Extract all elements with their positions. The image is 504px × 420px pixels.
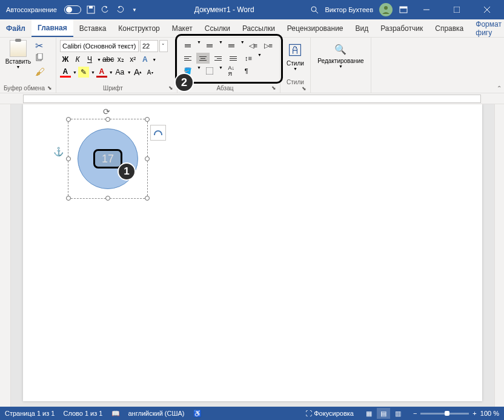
subscript-button[interactable]: x₂ xyxy=(115,54,126,65)
clipboard-launcher[interactable]: ⬊ xyxy=(47,85,52,91)
spellcheck-icon[interactable]: 📖 xyxy=(111,410,120,418)
page-area[interactable]: ⟳ ⚓ 17 1 xyxy=(11,104,494,407)
tab-design[interactable]: Конструктор xyxy=(112,19,165,37)
resize-handle[interactable] xyxy=(145,156,150,161)
collapse-ribbon-icon[interactable]: ⌃ xyxy=(497,85,502,92)
undo-icon[interactable] xyxy=(101,5,110,15)
resize-handle[interactable] xyxy=(66,117,71,122)
cut-icon[interactable]: ✂ xyxy=(35,40,45,50)
tab-file[interactable]: Файл xyxy=(0,19,31,37)
redo-icon[interactable] xyxy=(115,5,125,15)
page-indicator[interactable]: Страница 1 из 1 xyxy=(5,410,55,417)
align-center-button[interactable] xyxy=(196,53,210,64)
minimize-button[interactable] xyxy=(414,0,439,19)
tab-view[interactable]: Вид xyxy=(350,19,375,37)
line-spacing-button[interactable]: ↕≡ xyxy=(242,53,255,64)
language-indicator[interactable]: английский (США) xyxy=(128,410,185,417)
callout-badge-2: 2 xyxy=(174,73,194,92)
word-count[interactable]: Слово 1 из 1 xyxy=(63,410,102,417)
save-icon[interactable] xyxy=(86,5,96,15)
text-effects-button[interactable]: A xyxy=(139,54,150,65)
title-bar: Автосохранение ▼ Документ1 - Word Виктор… xyxy=(0,0,504,19)
rotate-handle-icon[interactable]: ⟳ xyxy=(103,107,110,116)
document-page[interactable]: ⟳ ⚓ 17 1 xyxy=(23,104,482,401)
ribbon-display-icon[interactable] xyxy=(399,5,408,15)
styles-launcher[interactable]: ⬊ xyxy=(302,85,307,92)
styles-icon: 🄰 xyxy=(289,44,301,58)
change-case-button[interactable]: Aa xyxy=(114,67,125,78)
zoom-level[interactable]: 100 % xyxy=(480,410,499,417)
user-avatar[interactable] xyxy=(379,3,393,16)
web-layout-button[interactable]: ▥ xyxy=(391,408,405,419)
zoom-in-button[interactable]: + xyxy=(472,410,476,417)
tab-references[interactable]: Ссылки xyxy=(199,19,236,37)
maximize-button[interactable] xyxy=(445,0,469,19)
align-right-button[interactable] xyxy=(211,53,225,64)
resize-handle[interactable] xyxy=(145,196,150,201)
numbering-button[interactable] xyxy=(203,40,216,51)
bullets-button[interactable] xyxy=(181,40,194,51)
increase-indent-button[interactable]: ▷≡ xyxy=(262,40,275,51)
qat-dropdown-icon[interactable]: ▼ xyxy=(130,5,139,15)
shape-text[interactable]: 17 xyxy=(93,149,122,168)
italic-button[interactable]: К xyxy=(72,54,83,65)
align-left-button[interactable] xyxy=(181,53,194,64)
format-painter-icon[interactable]: 🖌 xyxy=(35,67,45,76)
tab-insert[interactable]: Вставка xyxy=(73,19,113,37)
font-size-dropdown[interactable]: ˅ xyxy=(159,40,168,52)
resize-handle[interactable] xyxy=(105,117,110,122)
callout-badge-1: 1 xyxy=(118,162,136,181)
tab-review[interactable]: Рецензирование xyxy=(281,19,350,37)
paste-button[interactable]: Вставить ▼ xyxy=(4,40,33,76)
shrink-font-button[interactable]: A▾ xyxy=(145,67,156,78)
paragraph-launcher[interactable]: ⬊ xyxy=(271,85,276,91)
copy-icon[interactable] xyxy=(35,53,45,63)
borders-button[interactable] xyxy=(203,65,216,76)
resize-handle[interactable] xyxy=(105,196,110,201)
sort-button[interactable]: А↓Я xyxy=(225,65,238,76)
tab-home[interactable]: Главная xyxy=(31,19,73,37)
tab-mailings[interactable]: Рассылки xyxy=(236,19,281,37)
layout-options-button[interactable] xyxy=(150,125,166,141)
svg-rect-8 xyxy=(454,7,460,13)
zoom-slider[interactable] xyxy=(420,413,469,415)
autosave-toggle[interactable] xyxy=(64,5,81,14)
group-styles: 🄰 Стили ▼ Стили⬊ xyxy=(280,38,311,93)
tab-shape-format[interactable]: Формат фигу xyxy=(469,19,504,37)
selected-shape[interactable]: ⟳ ⚓ 17 1 xyxy=(71,122,144,195)
justify-button[interactable] xyxy=(227,53,240,64)
tab-help[interactable]: Справка xyxy=(429,19,469,37)
search-icon[interactable] xyxy=(310,5,319,15)
fontcolor2-button[interactable]: A xyxy=(96,67,107,78)
anchor-icon: ⚓ xyxy=(53,147,64,156)
vertical-ruler[interactable] xyxy=(0,104,11,407)
font-launcher[interactable]: ⬊ xyxy=(168,85,173,91)
resize-handle[interactable] xyxy=(145,117,150,122)
tab-layout[interactable]: Макет xyxy=(166,19,199,37)
font-name-combo[interactable] xyxy=(60,40,139,52)
multilevel-button[interactable] xyxy=(225,40,238,51)
close-button[interactable] xyxy=(475,0,499,19)
styles-button[interactable]: 🄰 Стили ▼ xyxy=(284,40,307,71)
underline-button[interactable]: Ч xyxy=(84,54,95,65)
focus-mode[interactable]: ⛶ Фокусировка xyxy=(305,410,354,417)
bold-button[interactable]: Ж xyxy=(60,54,71,65)
show-marks-button[interactable]: ¶ xyxy=(240,65,253,76)
font-color-button[interactable]: A xyxy=(60,67,71,78)
resize-handle[interactable] xyxy=(66,156,71,161)
editing-button[interactable]: 🔍 Редактирование ▼ xyxy=(314,40,367,68)
print-layout-button[interactable]: ▤ xyxy=(377,408,390,419)
superscript-button[interactable]: x² xyxy=(127,54,138,65)
strikethrough-button[interactable]: abc xyxy=(102,54,114,65)
decrease-indent-button[interactable]: ◁≡ xyxy=(247,40,260,51)
horizontal-ruler[interactable] xyxy=(0,93,504,104)
highlight-button[interactable]: ✎ xyxy=(78,67,89,78)
resize-handle[interactable] xyxy=(66,196,71,201)
zoom-out-button[interactable]: − xyxy=(413,410,417,417)
font-size-combo[interactable] xyxy=(140,40,158,52)
tab-developer[interactable]: Разработчик xyxy=(374,19,429,37)
grow-font-button[interactable]: A▴ xyxy=(133,67,144,78)
vertical-scrollbar[interactable] xyxy=(494,104,504,407)
read-mode-button[interactable]: ▦ xyxy=(362,408,376,419)
accessibility-icon[interactable]: ♿ xyxy=(193,410,202,418)
